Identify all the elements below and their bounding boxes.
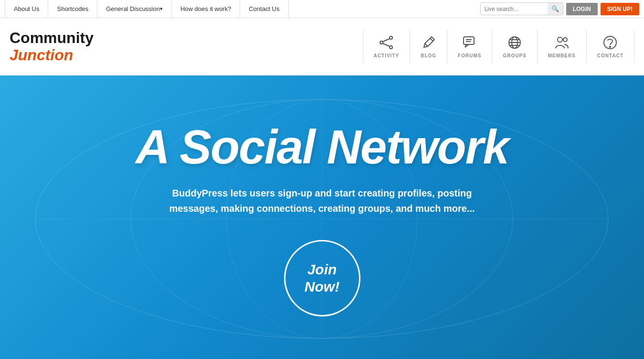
svg-line-4 — [383, 44, 390, 46]
search-wrap: 🔍 — [480, 2, 563, 15]
nav-icon-contact[interactable]: CONTACT — [586, 30, 634, 63]
nav-shortcodes[interactable]: Shortcodes — [48, 0, 97, 18]
hero-section: A Social Network BuddyPress lets users s… — [0, 76, 644, 359]
hero-title: A Social Network — [136, 122, 508, 172]
svg-line-3 — [383, 39, 390, 42]
nav-icon-blog[interactable]: BLOG — [410, 30, 447, 63]
svg-line-6 — [430, 38, 433, 41]
svg-point-0 — [380, 41, 383, 44]
login-button[interactable]: LOGIN — [566, 3, 598, 15]
svg-point-1 — [390, 36, 392, 39]
svg-point-15 — [558, 37, 562, 42]
site-header: Community Junction ACTIVITY BLOG — [0, 18, 644, 76]
top-nav-right: 🔍 LOGIN SIGN UP! — [480, 2, 639, 15]
nav-icon-groups[interactable]: GROUPS — [492, 30, 537, 63]
search-input[interactable] — [481, 4, 548, 14]
nav-contact-us[interactable]: Contact Us — [240, 0, 288, 18]
svg-line-5 — [425, 44, 428, 46]
top-nav-links: About Us Shortcodes General Discussion H… — [5, 0, 480, 18]
svg-point-2 — [390, 46, 392, 49]
nav-icon-members[interactable]: MEMBERS — [537, 30, 586, 63]
share-icon — [379, 35, 394, 50]
join-now-button[interactable]: JoinNow! — [284, 240, 360, 316]
site-logo[interactable]: Community Junction — [10, 30, 363, 63]
logo-line2: Junction — [10, 47, 363, 64]
nav-about-us[interactable]: About Us — [5, 0, 48, 18]
icon-navigation: ACTIVITY BLOG FORUMS — [363, 30, 634, 63]
question-icon — [602, 35, 618, 50]
search-button[interactable]: 🔍 — [548, 3, 563, 15]
svg-point-18 — [610, 46, 611, 47]
nav-how-does-it-work[interactable]: How does it work? — [172, 0, 240, 18]
nav-icon-activity[interactable]: ACTIVITY — [363, 30, 410, 63]
members-icon — [554, 35, 570, 50]
svg-point-16 — [563, 38, 567, 42]
nav-general-discussion[interactable]: General Discussion — [97, 0, 172, 18]
join-button-wrap: JoinNow! — [284, 240, 360, 316]
signup-button[interactable]: SIGN UP! — [601, 3, 639, 15]
svg-rect-7 — [464, 37, 474, 44]
chat-icon — [462, 35, 477, 50]
pencil-icon — [421, 35, 436, 50]
top-navigation: About Us Shortcodes General Discussion H… — [0, 0, 644, 18]
nav-icon-forums[interactable]: FORUMS — [447, 30, 492, 63]
hero-subtitle: BuddyPress lets users sign-up and start … — [150, 185, 494, 216]
logo-line1: Community — [10, 30, 363, 46]
globe-icon — [507, 35, 522, 50]
